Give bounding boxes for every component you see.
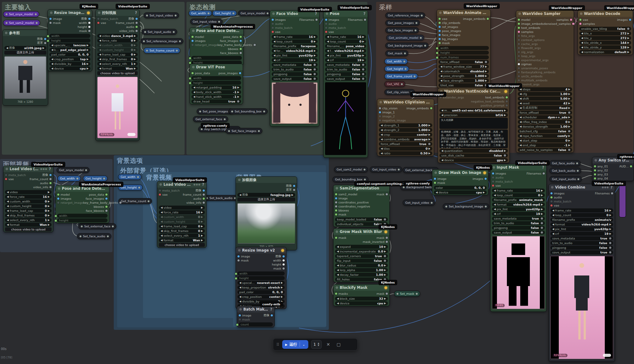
increment-arrow-icon[interactable]: ▶ (429, 124, 430, 127)
input-port-retarget-image[interactable] (191, 44, 194, 46)
widget-device[interactable]: ◀devicecpu▶ (49, 66, 90, 71)
increment-arrow-icon[interactable]: ▶ (384, 297, 386, 300)
output-port-bboxes[interactable] (105, 206, 108, 208)
node-resize-image-v2[interactable]: Resize Image v2image图像maskwidthheightmas… (48, 9, 92, 71)
toggle-knob[interactable] (568, 149, 570, 151)
output-port[interactable] (218, 21, 220, 23)
widget-device[interactable]: ◀devicegpu▶ (439, 158, 508, 162)
widget-decay-factor[interactable]: ◀decay_factor1.00▶ (335, 273, 388, 277)
decrement-arrow-icon[interactable]: ◀ (581, 32, 583, 35)
node-any-switch-rgthree[interactable]: Any Switch (rgthree)any_01AUD…any_02any_… (592, 157, 634, 181)
pill-get-input-video[interactable]: Get_input_video (370, 166, 402, 172)
output-port-negative-text-embeds[interactable] (506, 100, 508, 102)
pill-get-input-audio[interactable]: Get_input_audio (549, 176, 582, 182)
increment-arrow-icon[interactable]: ▶ (134, 39, 136, 42)
input-port-image[interactable] (335, 197, 337, 199)
widget-block-size[interactable]: ◀block_size32▶ (335, 297, 388, 301)
pill-set-input-audio[interactable]: Set_input_audio (142, 29, 177, 35)
increment-arrow-icon[interactable]: ▶ (48, 195, 50, 198)
decrement-arrow-icon[interactable]: ◀ (193, 86, 195, 89)
widget-frame-load-cap[interactable]: ◀frame_load_cap0▶ (5, 209, 52, 213)
increment-arrow-icon[interactable]: ▶ (48, 191, 50, 193)
output-port-width[interactable] (88, 22, 90, 24)
node-wanvideo-sampler[interactable]: WanVideo Samplermodelsamplesimage_embeds… (516, 10, 574, 153)
input-port-vae[interactable] (550, 204, 553, 207)
decrement-arrow-icon[interactable]: ◀ (581, 37, 583, 39)
decrement-arrow-icon[interactable]: ◀ (161, 216, 163, 218)
node-控制视频[interactable]: 控制视频?meta_batch图像vaeframe_countaudiovide… (95, 9, 140, 141)
node-header[interactable]: WanVideo TextEncode Cached (438, 88, 509, 94)
increment-arrow-icon[interactable]: ▶ (384, 264, 386, 267)
increment-arrow-icon[interactable]: ▶ (568, 93, 570, 95)
collapse-dot[interactable] (192, 30, 195, 32)
widget-retarget-padding[interactable]: ◀retarget_padding16▶ (191, 85, 241, 89)
preview-scrub-pill[interactable] (127, 133, 136, 136)
decrement-arrow-icon[interactable]: ◀ (337, 297, 339, 300)
widget-draw-head[interactable]: draw_headtrue (191, 99, 241, 103)
bulb-icon[interactable] (87, 11, 90, 14)
bulb-icon[interactable] (281, 249, 284, 252)
decrement-arrow-icon[interactable]: ◀ (581, 41, 583, 44)
widget-frame-rate[interactable]: ◀frame_rate16▶ (492, 189, 545, 193)
preview-scrub-pill[interactable] (603, 354, 611, 357)
input-port-vae[interactable] (5, 178, 7, 180)
increment-arrow-icon[interactable]: ▶ (609, 232, 611, 235)
widget-start-step[interactable]: ◀start_step0▶ (518, 139, 572, 143)
output-port-height[interactable] (88, 26, 90, 28)
node-header[interactable]: WanVideo Decode (578, 11, 633, 17)
decrement-arrow-icon[interactable]: ◀ (381, 133, 383, 136)
widget-input-height[interactable]: height (57, 218, 108, 222)
node-input-mask[interactable]: Input Mask?imagesFilenamesaudiometa_batc… (490, 164, 547, 312)
node-wanvideo-animate-embeds[interactable]: WanVideo Animate Embedsvaeimage_embedscl… (437, 9, 491, 88)
collapse-dot[interactable] (336, 187, 338, 189)
widget-color[interactable]: color0, 0, 0 (434, 186, 487, 190)
decrement-arrow-icon[interactable]: ◀ (7, 209, 9, 212)
output-port-positive-prompt[interactable] (506, 104, 508, 107)
output-port[interactable] (421, 15, 423, 16)
decrement-arrow-icon[interactable]: ◀ (552, 209, 554, 212)
widget-pose-strength[interactable]: ◀pose_strength1.000▶ (439, 74, 489, 78)
input-port-meta-batch[interactable] (325, 27, 327, 29)
decrement-arrow-icon[interactable]: ◀ (520, 125, 521, 128)
increment-arrow-icon[interactable]: ▶ (134, 34, 136, 37)
widget-input-width[interactable]: width (237, 271, 285, 275)
decrement-arrow-icon[interactable]: ◀ (99, 58, 101, 61)
widget-flip-input[interactable]: flip_inputfalse (335, 259, 388, 263)
widget-use-disk-cache[interactable]: use_disk_cachefalse (439, 153, 508, 157)
increment-arrow-icon[interactable]: ▶ (483, 191, 485, 194)
output-port[interactable] (138, 187, 140, 189)
increment-arrow-icon[interactable]: ▶ (48, 223, 50, 226)
widget-loop-count[interactable]: ◀loop_count0▶ (492, 193, 545, 197)
output-port[interactable] (103, 178, 105, 180)
node-pose-and-face-detection[interactable]: Pose and Face Detectionmodelpose_dataima… (55, 185, 109, 223)
widget-video[interactable]: ◀videodance_3.mp4▶ (97, 34, 138, 38)
input-port-meta-batch[interactable] (272, 27, 274, 29)
decrement-arrow-icon[interactable]: ◀ (99, 44, 101, 47)
output-port[interactable] (398, 169, 400, 171)
output-port[interactable] (401, 83, 403, 85)
help-icon[interactable]: ? (49, 167, 51, 171)
pill-get-height[interactable]: Get_height (212, 10, 237, 16)
widget-tiled-vae[interactable]: tiled_vaefalse (439, 83, 489, 87)
increment-arrow-icon[interactable]: ▶ (609, 223, 611, 226)
decrement-arrow-icon[interactable]: ◀ (99, 53, 101, 56)
node-sam2segmentation[interactable]: Sam2Segmentationsam2_modelmaskimagecoord… (333, 185, 390, 227)
widget-save-output[interactable]: save_outputfalse (492, 230, 545, 234)
widget-pingpong[interactable]: pingpongfalse (272, 72, 318, 76)
help-icon[interactable]: ? (315, 11, 317, 16)
pill-get-width[interactable]: Get_width (57, 175, 81, 181)
pill-get-vae[interactable]: Get_VAE (384, 81, 405, 87)
widget-steps[interactable]: ◀steps4▶ (518, 87, 572, 91)
widget-loop-count[interactable]: ◀loop_count0▶ (272, 39, 318, 43)
increment-arrow-icon[interactable]: ▶ (201, 211, 203, 214)
pill-set-sam2-model[interactable]: Set_sam2_model (3, 20, 40, 26)
output-port[interactable] (403, 61, 405, 62)
increment-arrow-icon[interactable]: ▶ (541, 208, 543, 211)
widget-tiles[interactable]: ◀tiles0▶ (379, 147, 432, 151)
output-port[interactable] (35, 13, 37, 15)
increment-arrow-icon[interactable]: ▶ (292, 193, 293, 196)
node-pose-and-face-detection[interactable]: Pose and Face Detectionmodelpose_dataima… (190, 27, 244, 66)
widget-force-offload[interactable]: force_offloadtrue (518, 111, 572, 115)
decrement-arrow-icon[interactable]: ◀ (327, 40, 329, 43)
widget-filename-prefix[interactable]: filename_prefixfacepose (272, 44, 318, 48)
